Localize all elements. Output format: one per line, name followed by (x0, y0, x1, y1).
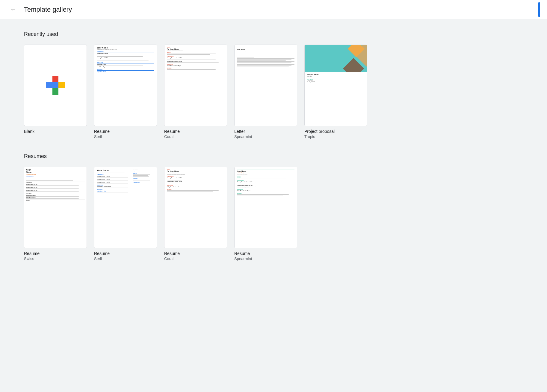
template-card-letter-spearmint[interactable]: Your Name 123 Your Street, Your City, ST… (234, 45, 297, 139)
resume-spearmint-thumbnail: Your Name Industrial Designer 55 Main St… (234, 167, 297, 248)
preview-line (167, 59, 219, 60)
template-card-resume-coral[interactable]: Hello, I'm Your Name 555-555-555 | city.… (164, 45, 227, 139)
svg-rect-1 (58, 82, 65, 88)
resume-spearmint-sub: Spearmint (234, 256, 297, 261)
swiss-title: Creative Director (26, 174, 85, 175)
resume-serif-preview: Your Name youremail@email.com | 555-555-… (94, 45, 157, 126)
resume-serif2-sub: Serif (94, 256, 157, 261)
resume-serif-label: Resume Serif (94, 129, 157, 139)
coral-exp-header: Experience (167, 56, 224, 57)
preview-line (237, 62, 291, 63)
template-card-resume-serif2[interactable]: Your Name EXPERIENCE Company: Location —… (94, 167, 157, 261)
preview-line (237, 60, 286, 61)
letter-spearmint-preview: Your Name 123 Your Street, Your City, ST… (235, 45, 297, 126)
preview-line (167, 67, 219, 67)
preview-job2-date: City/State · Jan 20xx - Jan 20xx (97, 59, 154, 60)
preview-line (97, 73, 149, 73)
tropic-date: 20XX/XX/XX (307, 76, 365, 77)
swiss-name: YourName (26, 169, 85, 174)
coral-name: I'm Your Name (167, 48, 224, 50)
resume-serif-thumbnail: Your Name youremail@email.com | 555-555-… (94, 45, 157, 126)
resume-spearmint-name: Resume (234, 251, 297, 256)
resume-swiss-thumbnail: YourName Creative Director youremail@ema… (24, 167, 87, 248)
tropic-content: Project Name 20XX/XX/XX Your Name 123 Yo… (305, 72, 367, 84)
coral-skills-header: SKILLS (167, 52, 224, 53)
preview-school1: School Name · Degree (97, 64, 154, 65)
preview-section-experience: EXPERIENCE (97, 51, 154, 52)
resume-spearmint-preview: Your Name Industrial Designer 55 Main St… (235, 167, 297, 248)
template-card-project-tropic[interactable]: Project Name 20XX/XX/XX Your Name 123 Yo… (304, 45, 367, 139)
preview-name: Your Name (97, 47, 154, 49)
preview-school2: School Name · Degree (97, 66, 154, 68)
recently-used-section: Recently used (24, 31, 523, 139)
resume-coral-preview: Hello, I'm Your Name 555-555-555 | city.… (164, 45, 227, 126)
preview-line (237, 66, 289, 66)
spearmint-bottom-bar (237, 70, 294, 70)
preview-line (167, 55, 213, 56)
tropic-header-image (305, 45, 367, 72)
resume-coral2-label: Resume Coral (164, 251, 227, 261)
resume-coral2-thumbnail: Hello, I'm Your Name 555-555-555 | city.… (164, 167, 227, 248)
svg-rect-2 (52, 88, 58, 95)
preview-line (237, 59, 291, 60)
tropic-addr-line2: Your City, ST 12345 (307, 81, 365, 83)
google-plus-icon (46, 76, 65, 95)
resume-coral-sub: Coral (164, 134, 227, 139)
swiss-email: youremail@email.com (26, 176, 85, 177)
blank-label: Blank (24, 129, 87, 134)
preview-line (237, 61, 294, 62)
preview-line (237, 64, 294, 65)
preview-section-education: EDUCATION (97, 62, 154, 63)
back-button[interactable]: ← (7, 4, 19, 16)
blank-name: Blank (24, 129, 87, 134)
header: ← Template gallery (0, 0, 547, 19)
tropic-your-name: Your Name (307, 78, 365, 80)
swiss-skills-header: — (26, 178, 85, 180)
template-card-blank[interactable]: Blank (24, 45, 87, 139)
preview-line (237, 65, 291, 66)
main-content: Recently used (0, 19, 547, 287)
resumes-section: Resumes YourName Creative Director youre… (24, 153, 523, 261)
preview-line (97, 60, 149, 60)
template-card-resume-swiss[interactable]: YourName Creative Director youremail@ema… (24, 167, 87, 261)
resume-swiss-label: Resume Swiss (24, 251, 87, 261)
recently-used-grid: Blank Your Name youremail@email.com | 55… (24, 45, 523, 139)
page-title: Template gallery (24, 6, 72, 13)
preview-line (167, 60, 216, 60)
serif2-name: Your Name (97, 169, 132, 171)
resume-serif-sub: Serif (94, 134, 157, 139)
template-card-resume-spearmint[interactable]: Your Name Industrial Designer 55 Main St… (234, 167, 297, 261)
preview-line (237, 58, 294, 59)
swiss-awards-header: Awards (26, 200, 85, 201)
preview-line (167, 62, 219, 63)
spearmint-resume-top-bar (237, 169, 294, 169)
preview-line (97, 56, 149, 56)
resume-serif2-thumbnail: Your Name EXPERIENCE Company: Location —… (94, 167, 157, 248)
resume-spearmint-label: Resume Spearmint (234, 251, 297, 261)
coral-awards-header: Awards (167, 68, 224, 69)
resumes-grid: YourName Creative Director youremail@ema… (24, 167, 523, 261)
resume-coral2-name: Resume (164, 251, 227, 256)
serif2-edu: EDUCATION (97, 185, 132, 186)
template-card-resume-serif[interactable]: Your Name youremail@email.com | 555-555-… (94, 45, 157, 139)
spearmint-recipient-label: Recipient Name (237, 54, 294, 55)
coral-contact: 555-555-555 | city.state.zip | me@mywebs… (167, 50, 224, 51)
preview-line (167, 70, 210, 71)
project-tropic-label: Project proposal Tropic (304, 129, 367, 139)
svg-rect-3 (52, 76, 58, 82)
preview-line (97, 61, 146, 61)
preview-line (167, 63, 213, 63)
template-card-resume-coral2[interactable]: Hello, I'm Your Name 555-555-555 | city.… (164, 167, 227, 261)
resumes-title: Resumes (24, 153, 523, 159)
preview-line (167, 54, 216, 54)
preview-job1-date: City/State · Jan 20xx - Present (97, 54, 154, 55)
resume-coral-label: Resume Coral (164, 129, 227, 139)
resume-coral-thumbnail: Hello, I'm Your Name 555-555-555 | city.… (164, 45, 227, 126)
serif2-exp: EXPERIENCE (97, 174, 132, 175)
preview-line (237, 60, 289, 60)
preview-line (97, 68, 143, 69)
spearmint-addr: 123 Your Street, Your City, ST 12345 (237, 51, 294, 51)
project-tropic-thumbnail: Project Name 20XX/XX/XX Your Name 123 Yo… (304, 45, 367, 126)
coral-school: School Name: Location — Degree (167, 65, 224, 66)
resume-serif2-preview: Your Name EXPERIENCE Company: Location —… (94, 167, 157, 248)
